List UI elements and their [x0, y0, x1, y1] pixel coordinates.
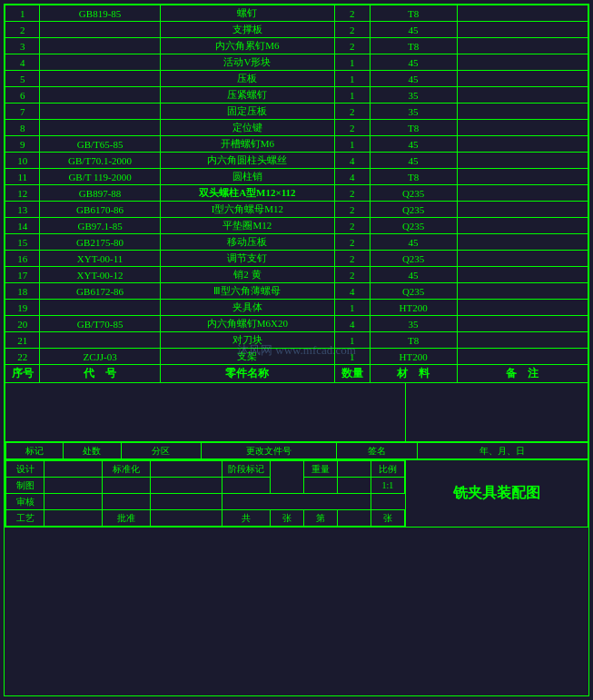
header-name: 零件名称 [160, 365, 334, 383]
role-empty4 [150, 494, 222, 510]
main-container: 沐风网 www.mfcad.com 1GB819-85螺钉2T82支撑板2453… [0, 0, 593, 700]
total-label: 共 [222, 510, 271, 527]
revision-header-row: 标记 处数 分区 更改文件号 签名 年、月、日 [6, 443, 588, 459]
table-row: 2支撑板245 [5, 22, 588, 38]
table-row: 10GB/T70.1-2000内六角圆柱头螺丝445 [5, 153, 588, 169]
role-design-name [44, 461, 102, 478]
weight-val2 [337, 478, 371, 494]
rev-h-count: 处数 [64, 443, 121, 459]
role-row-draw: 制图 1:1 [6, 478, 405, 494]
page-value [337, 510, 371, 527]
weight-label: 重量 [303, 461, 337, 478]
table-row: 20GB/T70-85内六角螺钉M6X20435 [5, 316, 588, 332]
revision-table: 标记 处数 分区 更改文件号 签名 年、月、日 [5, 442, 588, 459]
table-row: 19夹具体1HT200 [5, 300, 588, 316]
role-draw: 制图 [6, 478, 44, 494]
rev-h-mark: 标记 [6, 443, 64, 459]
table-row: 5压板145 [5, 71, 588, 87]
header-material: 材 料 [370, 365, 457, 383]
title-block: 设计 标准化 阶段标记 重量 比例 制图 [5, 460, 588, 527]
revision-block: 标记 处数 分区 更改文件号 签名 年、月、日 [5, 442, 588, 460]
role-empty1 [102, 478, 150, 494]
role-std-name [150, 461, 222, 478]
role-design: 设计 [6, 461, 44, 478]
header-seq: 序号 [5, 365, 40, 383]
table-row: 15GB2175-80移动压板245 [5, 234, 588, 251]
title-left: 设计 标准化 阶段标记 重量 比例 制图 [5, 460, 406, 527]
role-approve-name [150, 510, 222, 527]
table-row: 22ZCJJ-03支架1HT200 [5, 349, 588, 365]
parts-table: 1GB819-85螺钉2T82支撑板2453内六角累钉M62T84活动V形块14… [5, 5, 588, 383]
drawing-area: 沐风网 www.mfcad.com 1GB819-85螺钉2T82支撑板2453… [4, 4, 589, 696]
role-row-review: 审核 [6, 494, 405, 510]
table-row: 7固定压板235 [5, 104, 588, 120]
table-row: 13GB6170-86I型六角螺母M122Q235 [5, 202, 588, 218]
weight-empty [303, 478, 337, 494]
table-header: 序号 代 号 零件名称 数量 材 料 备 注 [5, 365, 588, 383]
header-code: 代 号 [40, 365, 160, 383]
role-approve: 批准 [102, 510, 150, 527]
header-qty: 数量 [335, 365, 370, 383]
stage-label: 阶段标记 [222, 461, 271, 478]
role-std: 标准化 [102, 461, 150, 478]
role-process: 工艺 [6, 510, 44, 527]
role-empty2 [150, 478, 222, 494]
table-row: 1GB819-85螺钉2T8 [5, 5, 588, 22]
header-note: 备 注 [457, 365, 588, 383]
scale-label: 比例 [371, 461, 404, 478]
rev-h-sign: 签名 [336, 443, 417, 459]
weight-value [337, 461, 371, 478]
table-row: 18GB6172-86Ⅲ型六角薄螺母4Q235 [5, 283, 588, 300]
role-row-design: 设计 标准化 阶段标记 重量 比例 [6, 461, 405, 478]
scale-value: 1:1 [371, 478, 404, 494]
role-process-name [44, 510, 102, 527]
table-row: 14GB97.1-85平垫圈M122Q235 [5, 218, 588, 234]
role-empty5 [222, 494, 371, 510]
stage-value [270, 461, 303, 494]
role-draw-name [44, 478, 102, 494]
role-review-name [44, 494, 102, 510]
page-label: 第 [303, 510, 337, 527]
roles-table: 设计 标准化 阶段标记 重量 比例 制图 [5, 460, 405, 527]
table-row: 21对刀块1T8 [5, 332, 588, 349]
parts-table-wrapper: 1GB819-85螺钉2T82支撑板2453内六角累钉M62T84活动V形块14… [5, 5, 588, 383]
page-suffix: 张 [371, 510, 404, 527]
table-row: 12GB897-88双头螺柱A型M12×1122Q235 [5, 185, 588, 202]
role-review: 审核 [6, 494, 44, 510]
rev-h-docno: 更改文件号 [202, 443, 336, 459]
table-row: 8定位键2T8 [5, 120, 588, 136]
table-row: 4活动V形块145 [5, 54, 588, 71]
total-unit: 张 [270, 510, 303, 527]
role-empty3 [102, 494, 150, 510]
stage-empty [222, 478, 271, 494]
role-row-process: 工艺 批准 共 张 第 张 [6, 510, 405, 527]
table-row: 17XYT-00-12销2 黄245 [5, 267, 588, 283]
rev-h-zone: 分区 [121, 443, 202, 459]
table-row: 3内六角累钉M62T8 [5, 38, 588, 54]
rev-h-date: 年、月、日 [417, 443, 588, 459]
table-row: 11GB/T 119-2000圆柱销4T8 [5, 169, 588, 185]
table-row: 6压紧螺钉135 [5, 87, 588, 104]
table-row: 16XYT-00-11调节支钉2Q235 [5, 251, 588, 267]
drawing-space [5, 383, 588, 442]
table-row: 9GB/T65-85开槽螺钉M6145 [5, 136, 588, 153]
drawing-title: 铣夹具装配图 [406, 460, 588, 527]
